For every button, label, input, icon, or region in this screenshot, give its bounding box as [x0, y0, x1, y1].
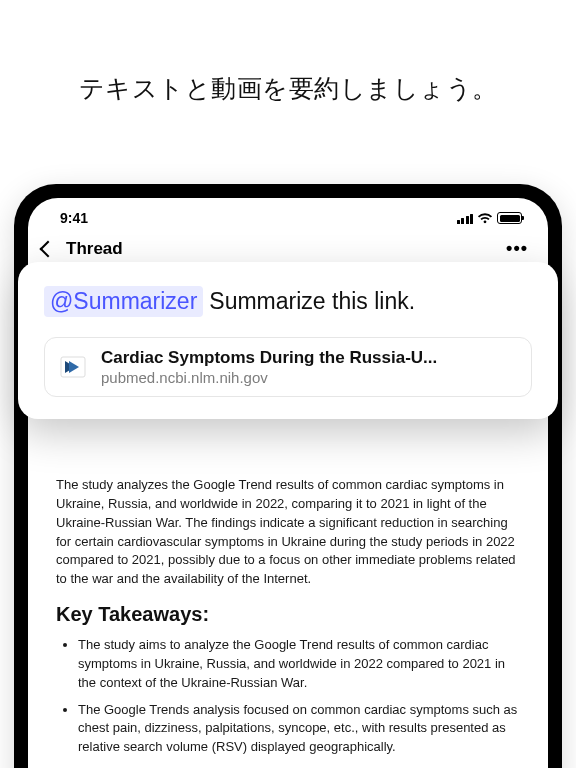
prompt-text: Summarize this link.	[209, 288, 415, 315]
status-time: 9:41	[60, 210, 88, 226]
mention-chip[interactable]: @Summarizer	[44, 286, 203, 317]
list-item: The study aims to analyze the Google Tre…	[78, 636, 520, 693]
battery-icon	[497, 212, 522, 224]
wifi-icon	[477, 212, 493, 224]
status-icons	[457, 212, 523, 224]
prompt-card: @Summarizer Summarize this link. Cardiac…	[18, 262, 558, 419]
nav-title: Thread	[66, 239, 123, 259]
page-root: テキストと動画を要約しましょう。 9:41	[0, 0, 576, 768]
link-preview[interactable]: Cardiac Symptoms During the Russia-U... …	[44, 337, 532, 397]
link-domain: pubmed.ncbi.nlm.nih.gov	[101, 369, 437, 386]
marketing-headline: テキストと動画を要約しましょう。	[0, 0, 576, 105]
link-title: Cardiac Symptoms During the Russia-U...	[101, 348, 437, 368]
chevron-left-icon	[40, 240, 57, 257]
prompt-line: @Summarizer Summarize this link.	[44, 286, 532, 317]
article-content: Summary: The study analyzes the Google T…	[28, 445, 548, 757]
key-takeaways-list: The study aims to analyze the Google Tre…	[56, 636, 520, 757]
key-takeaways-heading: Key Takeaways:	[56, 603, 520, 626]
back-button[interactable]: Thread	[42, 239, 123, 259]
site-favicon	[59, 353, 87, 381]
summary-paragraph: The study analyzes the Google Trend resu…	[56, 476, 520, 589]
cellular-icon	[457, 213, 474, 224]
status-bar: 9:41	[28, 198, 548, 230]
list-item: The Google Trends analysis focused on co…	[78, 701, 520, 758]
more-button[interactable]: •••	[506, 238, 528, 259]
link-text-block: Cardiac Symptoms During the Russia-U... …	[101, 348, 437, 386]
